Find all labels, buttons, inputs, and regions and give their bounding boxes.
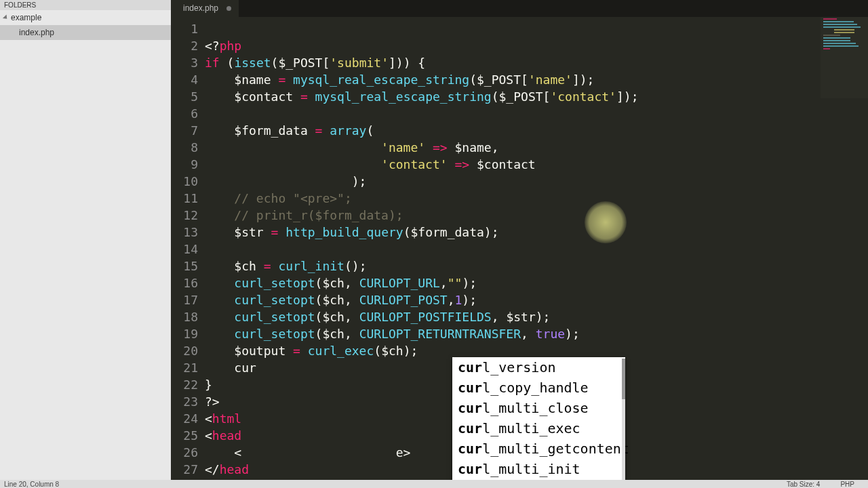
autocomplete-item[interactable]: curl_multi_close bbox=[452, 398, 625, 418]
line-number: 23 bbox=[171, 393, 198, 410]
folder-label: example bbox=[11, 13, 41, 22]
autocomplete-item[interactable]: curl_multi_exec bbox=[452, 418, 625, 439]
line-number: 26 bbox=[171, 444, 198, 461]
cursor-highlight-icon bbox=[585, 201, 627, 243]
line-number: 7 bbox=[171, 122, 198, 139]
line-number: 27 bbox=[171, 461, 198, 478]
line-number: 13 bbox=[171, 224, 198, 241]
autocomplete-item[interactable]: curl_copy_handle bbox=[452, 378, 625, 398]
status-tab-size[interactable]: Tab Size: 4 bbox=[787, 481, 820, 488]
tab-bar: index.php bbox=[171, 0, 868, 17]
autocomplete-item[interactable]: curl_multi_init bbox=[452, 459, 625, 479]
line-number-gutter: 1234567891011121314151617181920212223242… bbox=[171, 17, 205, 480]
line-number: 19 bbox=[171, 325, 198, 342]
line-number: 25 bbox=[171, 427, 198, 444]
file-index-php[interactable]: index.php bbox=[0, 25, 171, 40]
line-number: 15 bbox=[171, 258, 198, 274]
disclosure-triangle-icon bbox=[3, 14, 9, 20]
status-line-col[interactable]: Line 20, Column 8 bbox=[0, 481, 59, 488]
status-bar: Line 20, Column 8 Tab Size: 4 PHP bbox=[0, 480, 868, 488]
line-number: 10 bbox=[171, 173, 198, 190]
line-number: 4 bbox=[171, 71, 198, 88]
line-number: 22 bbox=[171, 376, 198, 393]
code-area[interactable]: <?php if (isset($_POST['submit'])) { $na… bbox=[205, 17, 868, 480]
status-syntax[interactable]: PHP bbox=[840, 481, 854, 488]
autocomplete-popup[interactable]: curl_versioncurl_copy_handlecurl_multi_c… bbox=[452, 357, 625, 488]
line-number: 20 bbox=[171, 342, 198, 359]
line-number: 3 bbox=[171, 54, 198, 71]
modified-dot-icon bbox=[226, 6, 231, 11]
line-number: 16 bbox=[171, 274, 198, 291]
line-number: 1 bbox=[171, 20, 198, 37]
minimap[interactable] bbox=[821, 17, 868, 98]
tab-index-php[interactable]: index.php bbox=[171, 0, 239, 17]
line-number: 6 bbox=[171, 105, 198, 122]
line-number: 18 bbox=[171, 308, 198, 325]
line-number: 8 bbox=[171, 139, 198, 156]
folder-example[interactable]: example bbox=[0, 10, 171, 25]
line-number: 24 bbox=[171, 410, 198, 427]
autocomplete-scrollbar[interactable] bbox=[622, 359, 625, 488]
sidebar: FOLDERS example index.php bbox=[0, 0, 171, 488]
line-number: 17 bbox=[171, 291, 198, 308]
scrollbar-thumb-icon[interactable] bbox=[622, 359, 625, 399]
tab-label: index.php bbox=[183, 3, 218, 13]
line-number: 11 bbox=[171, 190, 198, 207]
line-number: 2 bbox=[171, 37, 198, 54]
line-number: 9 bbox=[171, 156, 198, 173]
line-number: 5 bbox=[171, 88, 198, 105]
autocomplete-item[interactable]: curl_version bbox=[452, 357, 625, 378]
file-label: index.php bbox=[19, 28, 54, 37]
line-number: 14 bbox=[171, 241, 198, 258]
folders-header: FOLDERS bbox=[0, 0, 171, 10]
line-number: 21 bbox=[171, 359, 198, 376]
autocomplete-item[interactable]: curl_multi_getcontent bbox=[452, 439, 625, 459]
code-editor[interactable]: 1234567891011121314151617181920212223242… bbox=[171, 17, 868, 480]
line-number: 12 bbox=[171, 207, 198, 224]
